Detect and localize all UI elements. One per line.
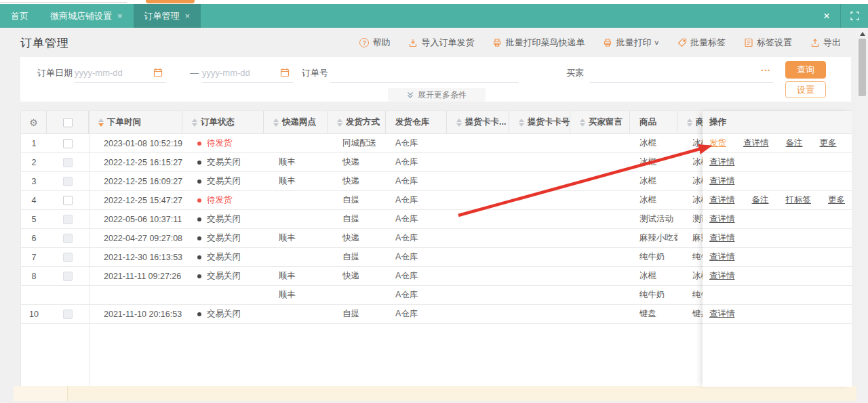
sort-carets-icon[interactable] (98, 119, 104, 127)
ops-link-查详情[interactable]: 查详情 (709, 156, 735, 168)
status-text: 交易关闭 (207, 175, 241, 187)
toolbar-printer-button[interactable]: 批量打印∨ (603, 37, 659, 49)
sort-carets-icon[interactable] (337, 119, 342, 127)
toolbar-action-label: 批量打印菜鸟快递单 (505, 37, 585, 49)
tab-close-icon[interactable]: × (117, 11, 123, 21)
close-all-icon[interactable]: × (813, 4, 840, 28)
tab-label: 首页 (11, 10, 28, 22)
status-text: 交易关闭 (207, 270, 241, 282)
row-index: 7 (21, 248, 47, 266)
expand-more-button[interactable]: 展开更多条件 (388, 88, 486, 102)
row-checkbox[interactable] (63, 196, 73, 205)
orders-table: ⚙下单时间订单状态快递网点发货方式发货仓库提货卡卡...提货卡卡号买家留言商品商… (20, 110, 851, 386)
date-from-input[interactable] (75, 64, 166, 83)
column-header-card1[interactable]: 提货卡卡... (447, 111, 509, 133)
ops-link-查详情[interactable]: 查详情 (709, 213, 735, 225)
toolbar-tag-settings-button[interactable]: 标签设置 (744, 37, 792, 49)
buyer-more-link[interactable]: ... (761, 62, 771, 73)
sort-carets-icon[interactable] (192, 119, 197, 127)
order-no-label: 订单号 (302, 64, 328, 83)
buyer-input[interactable] (590, 64, 773, 83)
cell-wh: A仓库 (386, 172, 447, 190)
ops-link-查详情[interactable]: 查详情 (709, 251, 735, 263)
toolbar-help-button[interactable]: ?帮助 (359, 37, 390, 49)
column-header-courier[interactable]: 快递网点 (264, 111, 328, 133)
ops-rows: 发货查详情备注更多查详情查详情查详情备注打标签更多查详情查详情查详情查详情查详情 (703, 134, 852, 324)
cell-courier (264, 305, 328, 323)
scrollbar-thumb[interactable] (859, 39, 866, 96)
ops-link-查详情[interactable]: 查详情 (709, 175, 735, 187)
column-header-ship[interactable]: 发货方式 (328, 111, 386, 133)
toolbar-tag-button[interactable]: 批量标签 (677, 37, 726, 49)
sort-carets-icon[interactable] (580, 119, 585, 127)
scroll-up-icon[interactable] (860, 32, 865, 36)
column-header-card2[interactable]: 提货卡卡号 (509, 111, 570, 133)
ops-link-备注[interactable]: 备注 (752, 194, 769, 206)
cell-card2 (509, 286, 570, 304)
status-dot (197, 198, 201, 203)
cell-card1 (447, 134, 509, 152)
ops-link-查详情[interactable]: 查详情 (709, 270, 735, 282)
cell-status: 交易关闭 (182, 229, 264, 247)
column-label: 买家留言 (589, 116, 623, 128)
vertical-scrollbar[interactable] (856, 28, 868, 403)
row-checkbox (63, 234, 73, 243)
sort-carets-icon[interactable] (456, 119, 462, 127)
select-all-checkbox[interactable] (63, 118, 73, 127)
cell-status: 交易关闭 (182, 267, 264, 285)
cell-card2 (509, 305, 570, 323)
cell-card2 (509, 172, 570, 190)
cell-time: 2021-11-10 20:16:53 (89, 305, 182, 323)
row-checkbox-cell (47, 267, 89, 285)
row-checkbox[interactable] (63, 139, 73, 148)
status-text: 待发货 (207, 194, 233, 206)
fullscreen-icon[interactable] (841, 12, 868, 20)
ops-link-查详情[interactable]: 查详情 (743, 137, 769, 149)
tab-close-icon[interactable]: × (185, 11, 191, 21)
row-index: 1 (21, 134, 47, 152)
cell-time: 2022-12-25 16:09:27 (89, 172, 182, 190)
tab-订单管理[interactable]: 订单管理× (134, 4, 201, 28)
status-text: 交易关闭 (207, 156, 241, 168)
cell-card1 (447, 267, 509, 285)
calendar-icon[interactable] (153, 68, 163, 80)
ops-row: 查详情 (703, 172, 852, 191)
toolbar-printer-button[interactable]: 批量打印菜鸟快递单 (492, 37, 585, 49)
ops-link-查详情[interactable]: 查详情 (709, 194, 735, 206)
tab-首页[interactable]: 首页 (0, 4, 39, 28)
column-header-status[interactable]: 订单状态 (182, 111, 264, 133)
ops-link-更多[interactable]: 更多 (820, 137, 837, 149)
row-checkbox-cell (47, 229, 89, 247)
cell-time: 2021-12-30 16:13:53 (89, 248, 182, 266)
column-label: 发货仓库 (395, 116, 429, 128)
column-header-time[interactable]: 下单时间 (89, 111, 182, 133)
order-no-input[interactable] (330, 64, 519, 83)
sort-carets-icon[interactable] (273, 119, 279, 127)
tab-微商城店铺设置[interactable]: 微商城店铺设置× (39, 4, 134, 28)
ops-row: 查详情 (703, 248, 852, 267)
column-header-msg[interactable]: 买家留言 (570, 111, 630, 133)
ops-link-备注[interactable]: 备注 (786, 137, 803, 149)
ops-link-查详情[interactable]: 查详情 (709, 232, 735, 244)
ops-link-打标签[interactable]: 打标签 (786, 194, 812, 206)
gear-icon[interactable]: ⚙ (29, 117, 38, 128)
cell-msg (570, 134, 630, 152)
sort-carets-icon[interactable] (519, 119, 524, 127)
date-to-input[interactable] (202, 64, 293, 83)
cell-status: 交易关闭 (182, 172, 264, 190)
tag-icon (677, 38, 687, 47)
ops-link-查详情[interactable]: 查详情 (709, 308, 735, 320)
tag-settings-icon (744, 38, 753, 47)
calendar-icon[interactable] (280, 68, 290, 80)
ops-link-更多[interactable]: 更多 (828, 194, 845, 206)
cell-card2 (509, 267, 570, 285)
row-checkbox (63, 272, 73, 281)
settings-button[interactable]: 设置 (785, 81, 826, 98)
search-button[interactable]: 查询 (785, 61, 826, 79)
toolbar-import-button[interactable]: 导入订单发货 (408, 37, 474, 49)
row-checkbox-cell (47, 134, 89, 152)
toolbar-export-button[interactable]: 导出 (810, 37, 841, 49)
ops-link-发货[interactable]: 发货 (709, 137, 726, 149)
cell-status: 待发货 (182, 191, 264, 209)
sort-carets-icon[interactable] (687, 119, 692, 127)
